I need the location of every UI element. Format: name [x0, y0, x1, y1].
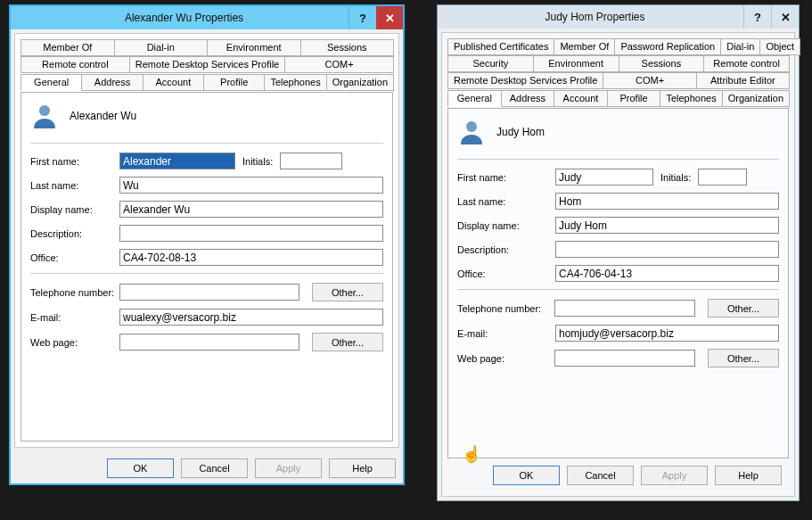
office-label: Office:	[457, 268, 555, 279]
tab-account[interactable]: Account	[554, 90, 608, 107]
office-field[interactable]	[119, 249, 383, 266]
tab-address[interactable]: Address	[501, 90, 555, 107]
tab-attribute-editor[interactable]: Attribute Editor	[696, 72, 790, 89]
tab-telephones[interactable]: Telephones	[264, 74, 326, 91]
telephone-other-button[interactable]: Other...	[708, 299, 779, 318]
description-field[interactable]	[555, 241, 779, 258]
first-name-field[interactable]	[555, 169, 653, 186]
separator	[30, 273, 383, 274]
svg-point-1	[466, 121, 477, 132]
tab-password-replication[interactable]: Password Replication	[614, 38, 721, 55]
tab-published-certificates[interactable]: Published Certificates	[447, 38, 554, 55]
last-name-field[interactable]	[119, 177, 383, 194]
webpage-field[interactable]	[554, 350, 695, 367]
tab-object[interactable]: Object	[759, 38, 800, 55]
webpage-field[interactable]	[119, 334, 299, 351]
tab-strip: Member OfDial-inEnvironmentSessions Remo…	[21, 39, 393, 91]
telephone-other-button[interactable]: Other...	[312, 283, 383, 301]
cancel-button[interactable]: Cancel	[567, 466, 634, 485]
ok-button[interactable]: OK	[493, 466, 560, 485]
tab-sessions[interactable]: Sessions	[300, 39, 395, 56]
initials-label: Initials:	[660, 172, 691, 183]
tab-remote-desktop-services-profile[interactable]: Remote Desktop Services Profile	[447, 72, 603, 89]
office-label: Office:	[30, 252, 119, 263]
email-label: E-mail:	[30, 312, 119, 323]
tab-sessions[interactable]: Sessions	[619, 55, 705, 72]
ok-button[interactable]: OK	[107, 458, 174, 478]
help-icon[interactable]: ?	[349, 6, 376, 29]
display-name-label: Display name:	[30, 204, 119, 215]
window-title: Judy Hom Properties	[447, 11, 743, 23]
tab-dial-in[interactable]: Dial-in	[114, 39, 209, 56]
tab-member-of[interactable]: Member Of	[554, 38, 615, 55]
tab-organization[interactable]: Organization	[722, 90, 790, 107]
separator	[30, 143, 383, 144]
webpage-label: Web page:	[457, 353, 554, 364]
tab-account[interactable]: Account	[143, 74, 204, 91]
tab-strip: Published CertificatesMember OfPassword …	[447, 38, 789, 107]
display-name-header: Judy Hom	[496, 126, 545, 138]
telephone-field[interactable]	[119, 284, 299, 301]
tab-environment[interactable]: Environment	[207, 39, 301, 56]
telephone-field[interactable]	[554, 300, 695, 317]
last-name-label: Last name:	[30, 180, 119, 191]
tab-profile[interactable]: Profile	[203, 74, 265, 91]
telephone-label: Telephone number:	[30, 287, 119, 298]
titlebar: Alexander Wu Properties ? ✕	[11, 6, 403, 29]
tab-security[interactable]: Security	[447, 55, 534, 72]
tab-organization[interactable]: Organization	[326, 74, 394, 91]
webpage-other-button[interactable]: Other...	[708, 349, 779, 367]
separator	[457, 159, 779, 160]
first-name-label: First name:	[457, 172, 555, 183]
apply-button[interactable]: Apply	[255, 458, 322, 478]
help-button[interactable]: Help	[715, 466, 782, 485]
tab-remote-desktop-services-profile[interactable]: Remote Desktop Services Profile	[129, 56, 285, 73]
tab-remote-control[interactable]: Remote control	[21, 56, 130, 73]
tab-com-[interactable]: COM+	[284, 56, 394, 73]
svg-point-0	[39, 105, 50, 116]
last-name-field[interactable]	[555, 193, 779, 210]
email-field[interactable]	[555, 325, 779, 342]
user-icon	[30, 102, 59, 130]
tab-address[interactable]: Address	[81, 74, 143, 91]
properties-dialog-alexander: Alexander Wu Properties ? ✕ Member OfDia…	[9, 4, 405, 485]
tab-com-[interactable]: COM+	[603, 72, 696, 89]
cancel-button[interactable]: Cancel	[181, 458, 248, 478]
initials-label: Initials:	[242, 156, 273, 167]
description-field[interactable]	[119, 225, 383, 242]
display-name-field[interactable]	[119, 201, 383, 218]
first-name-field[interactable]	[119, 153, 235, 169]
tab-dial-in[interactable]: Dial-in	[720, 38, 760, 55]
help-icon[interactable]: ?	[743, 5, 771, 29]
telephone-label: Telephone number:	[457, 303, 554, 314]
help-button[interactable]: Help	[329, 458, 396, 478]
tab-general[interactable]: General	[21, 74, 82, 91]
tab-panel-general: Alexander Wu First name: Initials: Last …	[21, 92, 393, 442]
last-name-label: Last name:	[457, 196, 555, 207]
tab-environment[interactable]: Environment	[533, 55, 619, 72]
initials-field[interactable]	[698, 169, 747, 186]
email-label: E-mail:	[457, 328, 555, 339]
display-name-label: Display name:	[457, 220, 555, 231]
tab-remote-control[interactable]: Remote control	[703, 55, 790, 72]
dialog-button-row: OK Cancel Apply Help	[11, 451, 403, 483]
apply-button[interactable]: Apply	[641, 466, 708, 485]
close-icon[interactable]: ✕	[376, 6, 403, 29]
email-field[interactable]	[119, 309, 383, 326]
tab-panel-general: Judy Hom First name: Initials: Last name…	[447, 108, 789, 458]
display-name-field[interactable]	[555, 217, 779, 234]
webpage-other-button[interactable]: Other...	[312, 333, 383, 351]
window-title: Alexander Wu Properties	[20, 12, 349, 24]
initials-field[interactable]	[280, 153, 342, 169]
webpage-label: Web page:	[30, 337, 119, 348]
tab-general[interactable]: General	[447, 90, 502, 107]
close-icon[interactable]: ✕	[771, 5, 799, 29]
office-field[interactable]	[555, 265, 779, 282]
display-name-header: Alexander Wu	[70, 110, 136, 122]
tab-telephones[interactable]: Telephones	[660, 90, 722, 107]
separator	[457, 289, 779, 290]
titlebar: Judy Hom Properties ? ✕	[438, 5, 799, 29]
tab-member-of[interactable]: Member Of	[21, 39, 115, 56]
properties-dialog-judy: Judy Hom Properties ? ✕ Published Certif…	[437, 4, 800, 501]
tab-profile[interactable]: Profile	[607, 90, 661, 107]
